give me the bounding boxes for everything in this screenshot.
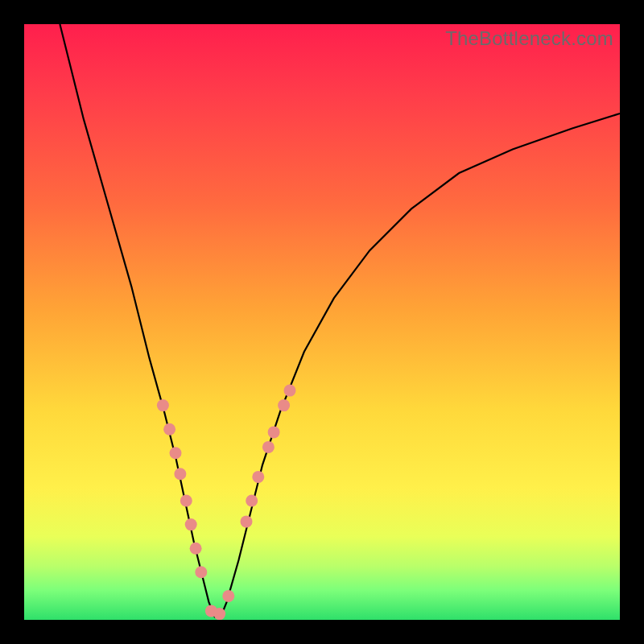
marker-dot — [180, 495, 192, 507]
marker-dot — [170, 447, 182, 459]
marker-dot — [262, 441, 275, 453]
marker-dot — [157, 399, 169, 411]
marker-dot — [252, 471, 264, 483]
marker-dot — [284, 385, 296, 397]
marker-dot — [246, 495, 258, 507]
bottleneck-curve — [60, 24, 620, 617]
chart-svg — [24, 24, 620, 620]
marker-dots-group — [157, 385, 296, 620]
plot-area: TheBottleneck.com — [24, 24, 620, 620]
marker-dot — [163, 423, 175, 436]
marker-dot — [222, 590, 234, 602]
marker-dot — [241, 515, 253, 527]
marker-dot — [278, 399, 290, 411]
outer-frame: TheBottleneck.com — [0, 0, 644, 644]
marker-dot — [195, 566, 207, 578]
marker-dot — [185, 518, 197, 530]
marker-dot — [174, 468, 186, 480]
marker-dot — [268, 426, 280, 438]
marker-dot — [213, 608, 225, 620]
marker-dot — [190, 543, 202, 555]
